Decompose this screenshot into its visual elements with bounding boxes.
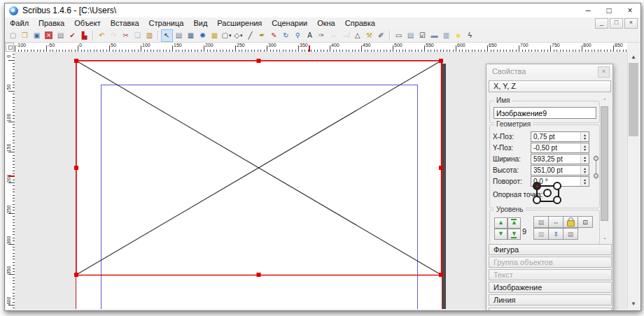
edit-contents-button[interactable]: A [304,29,316,42]
menu-файл[interactable]: Файл [5,17,34,29]
section-текст[interactable]: Текст [489,269,612,280]
basepoint-selector[interactable] [532,181,563,205]
insert-freehand-line-button[interactable]: ✎ [268,29,280,42]
insert-shape-button[interactable]: ▢▾ [220,29,232,42]
pdf-text-field-button[interactable]: ▤ [405,29,416,42]
basepoint-bottom-left[interactable] [533,196,541,204]
section-фигура[interactable]: Фигура [489,244,612,255]
scrollbar-thumb[interactable] [629,63,638,136]
menu-вид[interactable]: Вид [188,17,212,29]
undo-button[interactable]: ↶ [96,29,108,42]
close-document-button[interactable]: ✕ [43,29,55,42]
paste-button[interactable]: ▥ [144,29,155,42]
scroll-down-icon[interactable]: ▼ [628,299,639,309]
select-item-button[interactable]: ↖ [161,29,173,42]
open-document-button[interactable]: ❒ [19,29,31,42]
eye-dropper-button[interactable]: ✐ [375,29,387,42]
close-button[interactable]: × [620,3,640,17]
y-pos-spinbox[interactable]: -0,50 pt ▴▾ [531,143,589,153]
pdf-push-button-button[interactable]: ▭ [393,29,405,42]
preflight-verifier-button[interactable]: ✔ [66,29,78,42]
pdf-check-box-button[interactable]: ☑ [416,29,428,42]
zoom-button[interactable]: ⚲ [292,29,304,42]
height-spinbox[interactable]: 351,00 pt ▴▾ [531,165,589,175]
raise-to-top-button[interactable]: ▲ [507,217,521,229]
lower-button[interactable]: ▼ [494,229,507,240]
panel-scrollbar[interactable]: ⌃ ⌄ [600,96,610,242]
pdf-link-button[interactable]: ϟ [464,29,476,42]
section-изображение[interactable]: Изображение [489,282,612,293]
insert-bezier-curve-button[interactable]: ✒ [256,29,268,42]
pdf-bookmark-button[interactable]: ▤ [533,228,549,240]
handle-bottom-left[interactable] [74,273,78,277]
insert-shape-dropdown-icon[interactable]: ▾ [229,33,232,38]
section-цвета[interactable]: Цвета [489,308,612,311]
insert-render-frame-button[interactable]: ✺ [197,29,209,42]
panel-scroll-down-icon[interactable]: ⌄ [600,234,610,242]
link-text-frames-button[interactable]: ⇔ [328,29,340,42]
lock-size-button[interactable]: ⊡ [578,216,593,228]
pdf-combo-box-button[interactable]: ▬ [428,29,440,42]
x-pos-spinbox[interactable]: 0,75 pt ▴▾ [531,131,589,142]
horizontal-ruler[interactable]: -100-50050100150200250300350400450500550… [15,43,627,52]
cut-button[interactable]: ✂ [120,29,132,42]
restore-button[interactable]: □ [598,3,620,17]
width-spinbox[interactable]: 593,25 pt ▴▾ [531,154,589,164]
spinner-arrows-icon[interactable]: ▴▾ [580,132,589,141]
pdf-list-box-button[interactable]: ▥ [440,29,452,42]
insert-line-button[interactable]: ╱ [244,29,256,42]
minimize-button[interactable]: – [578,3,598,17]
page[interactable] [76,61,442,310]
vertical-ruler[interactable]: 050100150200250300350400 [6,52,15,309]
link-width-height-icon[interactable] [590,155,596,179]
menu-расширения[interactable]: Расширения [212,17,267,29]
menu-правка[interactable]: Правка [34,17,69,29]
tab-xyz[interactable]: X, Y, Z [489,80,611,92]
spinner-arrows-icon[interactable]: ▴▾ [580,155,589,164]
handle-middle-left[interactable] [74,166,78,170]
copy-button[interactable]: ❏ [132,29,144,42]
menu-вставка[interactable]: Вставка [106,17,144,29]
redo-button[interactable]: ↷ [108,29,120,42]
section-группа-объектов[interactable]: Группа объектов [489,257,612,268]
measurements-button[interactable]: △ [351,29,363,42]
menu-объект[interactable]: Объект [69,17,105,29]
unlink-text-frames-button[interactable]: ⇎ [340,29,351,42]
raise-button[interactable]: ▲ [494,217,507,229]
insert-polygon-button[interactable]: ◇▾ [232,29,244,42]
menu-справка[interactable]: Справка [340,17,380,29]
insert-polygon-dropdown-icon[interactable]: ▾ [240,33,243,38]
properties-close-button[interactable]: × [598,66,610,78]
menu-страница[interactable]: Страница [144,17,189,29]
insert-image-frame-button[interactable]: ▦ [185,29,197,42]
toggle-print-button[interactable]: ▤ [533,216,549,228]
title-bar[interactable]: Scribus 1.4.6 - [C:\Users\ – □ × [5,3,640,17]
object-name-input[interactable] [493,107,596,119]
canvas-vertical-scrollbar[interactable]: ▲ ▼ [627,52,639,309]
basepoint-center[interactable] [543,189,552,197]
basepoint-top-right[interactable] [553,182,561,190]
save-as-pdf-button[interactable]: ▙ [78,29,90,42]
handle-top-center[interactable] [257,59,261,63]
mdi-restore-button[interactable]: □ [610,18,623,29]
spinner-arrows-icon[interactable]: ▴▾ [580,166,589,175]
basepoint-top-left[interactable] [533,182,541,190]
edit-text-story-editor-button[interactable]: ✑ [316,29,328,42]
flip-horizontal-button[interactable]: ⇔ [548,216,564,228]
basepoint-bottom-right[interactable] [553,196,561,204]
section-линия[interactable]: Линия [489,294,612,306]
flip-vertical-button[interactable]: ⇕ [548,228,564,240]
menu-окна[interactable]: Окна [312,17,340,29]
panel-scroll-up-icon[interactable]: ⌃ [600,96,610,105]
handle-middle-right[interactable] [439,166,443,170]
properties-panel-titlebar[interactable]: Свойства [486,64,612,78]
print-document-button[interactable]: ▤ [55,29,66,42]
insert-text-frame-button[interactable]: ▤ [173,29,185,42]
handle-top-left[interactable] [74,59,78,63]
handle-bottom-center[interactable] [257,273,261,277]
lock-object-button[interactable] [563,216,578,228]
spinner-arrows-icon[interactable]: ▴▾ [580,177,589,186]
mdi-minimize-button[interactable]: _ [595,18,608,29]
insert-table-button[interactable]: ▦ [209,29,220,42]
new-document-button[interactable]: ▢ [7,29,19,42]
